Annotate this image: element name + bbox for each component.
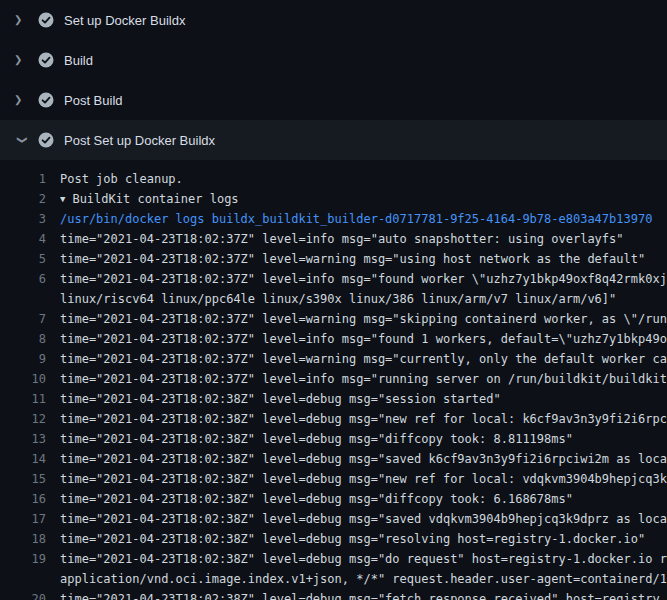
log-line-number[interactable]: 5: [12, 249, 46, 269]
log-line: 7 ▼time="2021-04-23T18:02:37Z" level=war…: [0, 309, 667, 329]
log-line-content: time="2021-04-23T18:02:37Z" level=warnin…: [60, 352, 667, 366]
log-output: 1 ▼Post job cleanup. 2 ▼BuildKit contain…: [0, 160, 667, 600]
log-line-number[interactable]: 9: [12, 349, 46, 369]
check-circle-icon: [38, 132, 54, 148]
log-line-content: time="2021-04-23T18:02:37Z" level=warnin…: [60, 312, 667, 326]
log-line-content: time="2021-04-23T18:02:38Z" level=debug …: [60, 492, 573, 506]
log-line-text: ▼BuildKit container logs: [60, 189, 667, 209]
log-line-content: time="2021-04-23T18:02:37Z" level=info m…: [60, 332, 667, 346]
log-line-number[interactable]: 1: [12, 169, 46, 189]
log-line-content: linux/riscv64 linux/ppc64le linux/s390x …: [60, 292, 616, 306]
chevron-icon[interactable]: ❯: [17, 132, 27, 148]
step-title: Post Set up Docker Buildx: [64, 133, 215, 148]
log-line-content: time="2021-04-23T18:02:37Z" level=info m…: [60, 272, 667, 286]
step-section-header[interactable]: ❯ Build: [0, 40, 667, 80]
step-section-header[interactable]: ❯ Post Set up Docker Buildx: [0, 120, 667, 160]
log-line-number[interactable]: 14: [12, 449, 46, 469]
log-line-content: time="2021-04-23T18:02:37Z" level=warnin…: [60, 252, 645, 266]
log-line: 16 ▼time="2021-04-23T18:02:38Z" level=de…: [0, 489, 667, 509]
log-line-content: time="2021-04-23T18:02:38Z" level=debug …: [60, 532, 645, 546]
log-line-text: ▼time="2021-04-23T18:02:38Z" level=debug…: [60, 549, 667, 569]
log-line-number[interactable]: 13: [12, 429, 46, 449]
log-line-content: Post job cleanup.: [60, 172, 183, 186]
check-circle-icon: [38, 52, 54, 68]
log-line: 2 ▼BuildKit container logs: [0, 189, 667, 209]
chevron-icon[interactable]: ❯: [14, 15, 30, 25]
actions-log-page: ❯ Set up Docker Buildx ❯ Build ❯ Post Bu: [0, 0, 667, 600]
log-line-number[interactable]: 3: [12, 209, 46, 229]
log-line-text: ▼/usr/bin/docker logs buildx_buildkit_bu…: [60, 209, 667, 229]
log-line: 6 ▼time="2021-04-23T18:02:37Z" level=inf…: [0, 269, 667, 289]
log-line-content: time="2021-04-23T18:02:38Z" level=debug …: [60, 592, 660, 600]
log-line-number[interactable]: 15: [12, 469, 46, 489]
log-line: 10 ▼time="2021-04-23T18:02:37Z" level=in…: [0, 369, 667, 389]
log-line-number[interactable]: 12: [12, 409, 46, 429]
step-section-header[interactable]: ❯ Post Build: [0, 80, 667, 120]
log-line: ▼linux/riscv64 linux/ppc64le linux/s390x…: [0, 289, 667, 309]
log-line-content: time="2021-04-23T18:02:38Z" level=debug …: [60, 512, 667, 526]
log-line-text: ▼time="2021-04-23T18:02:38Z" level=debug…: [60, 509, 667, 529]
log-line-text: ▼time="2021-04-23T18:02:38Z" level=debug…: [60, 469, 667, 489]
chevron-icon[interactable]: ❯: [14, 55, 30, 65]
log-line-text: ▼time="2021-04-23T18:02:38Z" level=debug…: [60, 589, 667, 600]
log-line: 15 ▼time="2021-04-23T18:02:38Z" level=de…: [0, 469, 667, 489]
log-line-number[interactable]: 4: [12, 229, 46, 249]
log-line-number[interactable]: 10: [12, 369, 46, 389]
log-line: 9 ▼time="2021-04-23T18:02:37Z" level=war…: [0, 349, 667, 369]
check-circle-icon: [38, 12, 54, 28]
log-line-text: ▼time="2021-04-23T18:02:38Z" level=debug…: [60, 529, 667, 549]
log-line-number[interactable]: 19: [12, 549, 46, 569]
log-line: 13 ▼time="2021-04-23T18:02:38Z" level=de…: [0, 429, 667, 449]
log-line-content: time="2021-04-23T18:02:37Z" level=info m…: [60, 232, 624, 246]
log-line: 4 ▼time="2021-04-23T18:02:37Z" level=inf…: [0, 229, 667, 249]
log-line-number[interactable]: 8: [12, 329, 46, 349]
log-line-number[interactable]: 20: [12, 589, 46, 600]
log-line: 5 ▼time="2021-04-23T18:02:37Z" level=war…: [0, 249, 667, 269]
log-line-number[interactable]: 11: [12, 389, 46, 409]
log-line-text: ▼linux/riscv64 linux/ppc64le linux/s390x…: [60, 289, 667, 309]
log-line-content: time="2021-04-23T18:02:38Z" level=debug …: [60, 472, 667, 486]
log-line: 19 ▼time="2021-04-23T18:02:38Z" level=de…: [0, 549, 667, 569]
log-line-number[interactable]: 6: [12, 269, 46, 289]
step-title: Build: [64, 53, 93, 68]
log-line-number[interactable]: 7: [12, 309, 46, 329]
log-line-text: ▼time="2021-04-23T18:02:37Z" level=warni…: [60, 249, 667, 269]
step-section-header[interactable]: ❯ Set up Docker Buildx: [0, 0, 667, 40]
log-line-content: /usr/bin/docker logs buildx_buildkit_bui…: [60, 212, 652, 226]
log-line-number[interactable]: [12, 289, 46, 309]
check-circle-icon: [38, 92, 54, 108]
log-line: 20 ▼time="2021-04-23T18:02:38Z" level=de…: [0, 589, 667, 600]
log-line-content: time="2021-04-23T18:02:38Z" level=debug …: [60, 552, 667, 566]
log-line: 14 ▼time="2021-04-23T18:02:38Z" level=de…: [0, 449, 667, 469]
log-line-text: ▼time="2021-04-23T18:02:37Z" level=warni…: [60, 349, 667, 369]
log-line: 8 ▼time="2021-04-23T18:02:37Z" level=inf…: [0, 329, 667, 349]
log-line-content: application/vnd.oci.image.index.v1+json,…: [60, 572, 667, 586]
step-title: Set up Docker Buildx: [64, 13, 185, 28]
log-line-content: time="2021-04-23T18:02:38Z" level=debug …: [60, 412, 667, 426]
log-line-content: time="2021-04-23T18:02:38Z" level=debug …: [60, 392, 501, 406]
log-line-number[interactable]: 18: [12, 529, 46, 549]
log-line-number[interactable]: 2: [12, 189, 46, 209]
log-line-text: ▼time="2021-04-23T18:02:38Z" level=debug…: [60, 489, 667, 509]
log-line-number[interactable]: [12, 569, 46, 589]
log-line-text: ▼time="2021-04-23T18:02:37Z" level=info …: [60, 329, 667, 349]
log-line: 18 ▼time="2021-04-23T18:02:38Z" level=de…: [0, 529, 667, 549]
chevron-icon[interactable]: ❯: [14, 95, 30, 105]
log-line: 12 ▼time="2021-04-23T18:02:38Z" level=de…: [0, 409, 667, 429]
log-line-text: ▼time="2021-04-23T18:02:37Z" level=warni…: [60, 309, 667, 329]
log-line-content: time="2021-04-23T18:02:38Z" level=debug …: [60, 452, 667, 466]
log-line-number[interactable]: 16: [12, 489, 46, 509]
log-group-toggle-icon[interactable]: ▼: [60, 194, 65, 204]
log-line: 1 ▼Post job cleanup.: [0, 169, 667, 189]
log-line-text: ▼time="2021-04-23T18:02:37Z" level=info …: [60, 369, 667, 389]
log-line-text: ▼application/vnd.oci.image.index.v1+json…: [60, 569, 667, 589]
log-line: 11 ▼time="2021-04-23T18:02:38Z" level=de…: [0, 389, 667, 409]
log-line: ▼application/vnd.oci.image.index.v1+json…: [0, 569, 667, 589]
log-line-text: ▼time="2021-04-23T18:02:38Z" level=debug…: [60, 429, 667, 449]
log-line-number[interactable]: 17: [12, 509, 46, 529]
log-line-text: ▼time="2021-04-23T18:02:38Z" level=debug…: [60, 389, 667, 409]
log-line-text: ▼time="2021-04-23T18:02:37Z" level=info …: [60, 269, 667, 289]
log-line-content: BuildKit container logs: [72, 192, 238, 206]
step-title: Post Build: [64, 93, 123, 108]
step-section-list: ❯ Set up Docker Buildx ❯ Build ❯ Post Bu: [0, 0, 667, 160]
